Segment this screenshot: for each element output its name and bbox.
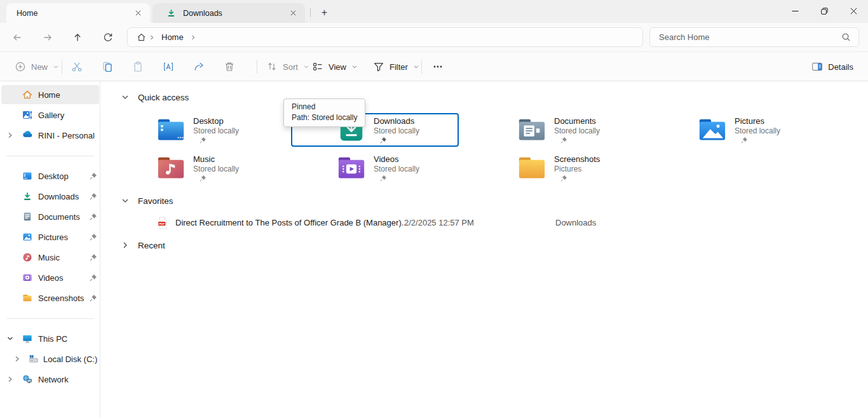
sidebar-item-local-disk-c[interactable]: Local Disk (C:) [1, 349, 99, 368]
search-box[interactable] [649, 27, 859, 47]
quick-access-tile-music[interactable]: Music Stored locally [111, 151, 278, 185]
chevron-right-icon[interactable] [121, 241, 129, 249]
desktop-folder-icon [156, 117, 186, 143]
tile-subtitle: Stored locally [374, 165, 419, 174]
tile-name: Pictures [735, 116, 780, 126]
minimize-icon [792, 8, 799, 15]
chevron-down-icon[interactable] [121, 197, 129, 205]
sidebar-item-gallery[interactable]: Gallery [1, 105, 99, 125]
new-button-label: New [31, 62, 48, 72]
sort-button-label: Sort [283, 62, 298, 72]
up-button[interactable] [68, 28, 87, 47]
pin-icon [380, 137, 387, 144]
sidebar-item-network[interactable]: Network [1, 370, 99, 389]
tile-name: Screenshots [554, 154, 600, 165]
sidebar-item-label: Documents [38, 212, 80, 222]
minimize-button[interactable] [780, 0, 810, 22]
tab-downloads[interactable]: Downloads [153, 3, 305, 23]
maximize-button[interactable] [810, 0, 839, 22]
home-icon[interactable] [137, 32, 146, 42]
sidebar-item-onedrive[interactable]: RINI - Personal [1, 126, 99, 145]
refresh-icon [103, 32, 113, 43]
quick-access-tile-videos[interactable]: Videos Stored locally [291, 151, 459, 185]
sidebar-item-desktop[interactable]: Desktop [1, 166, 99, 185]
chevron-right-icon[interactable] [6, 375, 14, 383]
delete-button[interactable] [218, 57, 241, 77]
address-bar[interactable]: Home [127, 27, 643, 47]
details-button-label: Details [828, 62, 853, 72]
section-title: Recent [138, 241, 165, 250]
share-button[interactable] [187, 57, 210, 77]
chevron-down-icon[interactable] [6, 335, 14, 342]
quick-access-tile-desktop[interactable]: Desktop Stored locally [111, 113, 278, 147]
details-button[interactable]: Details [806, 57, 859, 77]
copy-button[interactable] [96, 57, 119, 77]
navigation-pane: Home Gallery RINI - Personal Desktop [0, 81, 100, 418]
music-icon [22, 252, 32, 262]
tab-divider [310, 8, 311, 17]
navigation-bar: Home [0, 23, 868, 51]
sidebar-item-videos[interactable]: Videos [1, 268, 99, 287]
view-button[interactable]: View [306, 57, 363, 77]
section-header-quick-access[interactable]: Quick access [121, 91, 189, 103]
forward-button[interactable] [38, 28, 57, 47]
tile-name: Music [193, 154, 239, 165]
quick-access-tile-screenshots[interactable]: Screenshots Pictures [471, 151, 639, 185]
section-title: Favorites [138, 196, 173, 206]
cut-button[interactable] [65, 57, 88, 77]
section-header-recent[interactable]: Recent [121, 239, 165, 251]
sidebar-item-documents[interactable]: Documents [1, 207, 99, 226]
filter-button[interactable]: Filter [367, 57, 425, 77]
filter-button-label: Filter [390, 62, 408, 72]
document-icon [22, 212, 32, 222]
sidebar-item-label: Videos [38, 273, 64, 283]
computer-icon [22, 334, 32, 344]
quick-access-tile-documents[interactable]: Documents Stored locally [471, 113, 639, 147]
toolbar-separator [421, 60, 422, 74]
chevron-down-icon[interactable] [121, 93, 129, 101]
search-icon[interactable] [841, 32, 851, 42]
section-header-favorites[interactable]: Favorites [121, 195, 173, 206]
tab-home[interactable]: Home [6, 3, 150, 23]
sidebar-item-screenshots[interactable]: Screenshots [1, 288, 99, 307]
close-icon[interactable] [287, 8, 299, 19]
folder-icon [22, 293, 32, 303]
back-button[interactable] [8, 28, 27, 47]
restore-icon [821, 8, 828, 15]
quick-access-tile-pictures[interactable]: Pictures Stored locally [652, 113, 820, 147]
new-tab-button[interactable]: + [316, 4, 333, 21]
tile-subtitle: Stored locally [554, 126, 600, 136]
sidebar-item-label: Screenshots [38, 293, 84, 303]
rename-button[interactable] [157, 57, 180, 77]
chevron-right-icon[interactable] [190, 34, 196, 41]
file-explorer-window: Home Downloads + [0, 0, 868, 418]
pin-icon [90, 213, 97, 220]
tile-name: Videos [374, 154, 419, 165]
close-button[interactable] [839, 0, 868, 22]
sort-icon [266, 61, 278, 72]
close-icon[interactable] [132, 8, 144, 19]
pictures-folder-icon [698, 117, 727, 143]
chevron-right-icon[interactable] [13, 355, 21, 363]
more-options-button[interactable] [426, 57, 449, 77]
search-input[interactable] [650, 32, 841, 42]
sidebar-item-home[interactable]: Home [1, 85, 99, 104]
sidebar-item-label: Music [38, 253, 60, 262]
close-icon [850, 8, 857, 15]
tab-label: Downloads [183, 9, 222, 18]
tile-subtitle: Stored locally [193, 126, 239, 136]
paste-button[interactable] [126, 57, 149, 77]
sidebar-item-downloads[interactable]: Downloads [1, 187, 99, 206]
pin-icon [90, 172, 97, 180]
chevron-right-icon[interactable] [6, 131, 14, 139]
favorites-file-row[interactable]: PDF Direct Recruitment to The Posts of O… [100, 214, 799, 232]
refresh-button[interactable] [98, 28, 118, 47]
new-button[interactable]: New [9, 57, 65, 77]
sidebar-item-music[interactable]: Music [1, 248, 99, 267]
filter-icon [373, 61, 384, 72]
sidebar-item-label: Gallery [38, 111, 64, 120]
breadcrumb-item-home[interactable]: Home [158, 32, 187, 42]
sidebar-item-pictures[interactable]: Pictures [1, 227, 99, 246]
sidebar-item-this-pc[interactable]: This PC [1, 329, 99, 348]
share-icon [193, 61, 205, 72]
